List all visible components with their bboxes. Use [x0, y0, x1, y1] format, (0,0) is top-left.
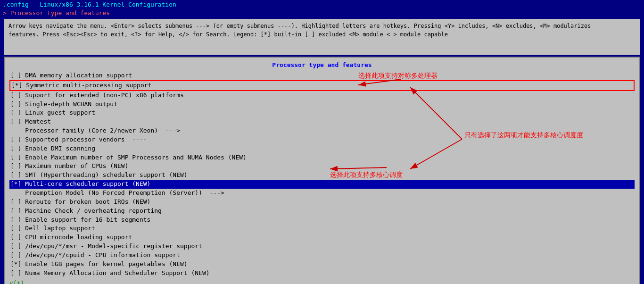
menu-item[interactable]: [ ] Single-depth WCHAN output: [9, 100, 635, 109]
menu-box: Processor type and features [ ] DMA memo…: [4, 57, 640, 284]
menu-items-container: [ ] DMA memory allocation support[*] Sym…: [9, 71, 635, 277]
menu-item[interactable]: [ ] Support for extended (non-PC) x86 pl…: [9, 91, 635, 100]
menu-item[interactable]: Preemption Model (No Forced Preemption (…: [9, 189, 635, 198]
menu-item[interactable]: [*] Symmetric multi-processing support: [9, 80, 635, 91]
menu-item[interactable]: [ ] Enable support for 16-bit segments: [9, 216, 635, 225]
menu-item[interactable]: [ ] Enable Maximum number of SMP Process…: [9, 153, 635, 162]
app-title: .config - Linux/x86 3.16.1 Kernel Config…: [3, 1, 176, 8]
menu-item[interactable]: [*] Multi-core scheduler support (NEW): [9, 180, 635, 189]
menu-item[interactable]: [ ] Enable DMI scanning: [9, 144, 635, 153]
menu-item[interactable]: [ ] DMA memory allocation support: [9, 71, 635, 80]
menu-item[interactable]: [*] Enable 1GB pages for kernel pagetabl…: [9, 260, 635, 269]
menu-item[interactable]: [ ] SMT (Hyperthreading) scheduler suppo…: [9, 171, 635, 180]
scroll-indicator: v(+): [9, 279, 635, 284]
title-bar: .config - Linux/x86 3.16.1 Kernel Config…: [0, 0, 644, 9]
menu-item[interactable]: [ ] Dell laptop support: [9, 224, 635, 233]
menu-item[interactable]: [ ] Maximum number of CPUs (NEW): [9, 162, 635, 171]
instructions-text: Arrow keys navigate the menu. <Enter> se…: [8, 22, 636, 39]
menu-item[interactable]: Processor family (Core 2/newer Xeon) ---…: [9, 126, 635, 135]
menu-item[interactable]: [ ] /dev/cpu/*/cpuid - CPU information s…: [9, 251, 635, 260]
instruction-line-2: features. Press <Esc><Esc> to exit, <?> …: [8, 30, 636, 39]
menu-item[interactable]: [ ] CPU microcode loading support: [9, 233, 635, 242]
menu-item[interactable]: [ ] Reroute for broken boot IRQs (NEW): [9, 198, 635, 207]
menu-item[interactable]: [ ] Machine Check / overheating reportin…: [9, 207, 635, 216]
menu-item[interactable]: [ ] Memtest: [9, 117, 635, 126]
menu-item[interactable]: [ ] /dev/cpu/*/msr - Model-specific regi…: [9, 242, 635, 251]
menu-item[interactable]: [ ] Linux guest support ----: [9, 109, 635, 117]
menu-item[interactable]: [ ] Supported processor vendors ----: [9, 135, 635, 144]
menu-item[interactable]: [ ] Numa Memory Allocation and Scheduler…: [9, 269, 635, 278]
subtitle-text: > Processor type and features: [3, 9, 110, 17]
subtitle-bar: > Processor type and features: [0, 9, 644, 17]
menu-title: Processor type and features: [9, 61, 635, 68]
instruction-line-1: Arrow keys navigate the menu. <Enter> se…: [8, 22, 636, 30]
instructions-container: Arrow keys navigate the menu. <Enter> se…: [4, 19, 640, 55]
